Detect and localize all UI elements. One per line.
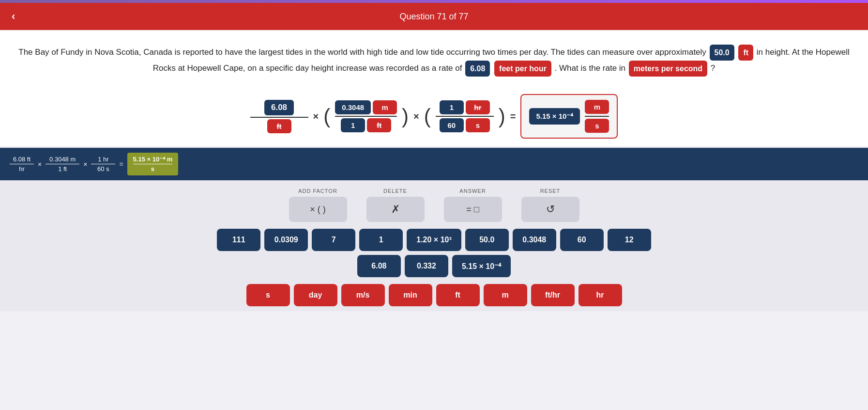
answer-group: ANSWER = □ <box>444 188 502 222</box>
unit-buttons: sdaym/sminftmft/hrhr <box>246 284 622 306</box>
unit-ft: ft <box>738 45 753 61</box>
controls-area: ADD FACTOR × ( ) DELETE ✗ ANSWER = □ RES… <box>0 180 868 311</box>
number-button-8[interactable]: 12 <box>608 229 651 251</box>
left-number: 6.08 <box>264 100 294 115</box>
reset-group: RESET ↺ <box>521 188 579 222</box>
unit-feet-per-hour: feet per hour <box>494 61 551 77</box>
number-button-4[interactable]: 1.20 × 10³ <box>407 229 461 251</box>
left-value-group: 6.08 ft <box>250 100 308 133</box>
close-paren-1: ) <box>402 106 409 126</box>
open-paren-1: ( <box>323 106 330 126</box>
number-button-2[interactable]: 7 <box>312 229 355 251</box>
factor2-bottom-value: 60 <box>440 118 464 132</box>
number-button-9[interactable]: 6.08 <box>357 255 401 277</box>
multiply-op-1: × <box>313 111 319 122</box>
number-button-7[interactable]: 60 <box>560 229 604 251</box>
factor1: 0.3048 m 1 ft <box>335 100 397 132</box>
question-counter: Question 71 of 77 <box>399 12 468 22</box>
unit-button-m/s[interactable]: m/s <box>341 284 385 306</box>
dark-op3: = <box>119 160 123 168</box>
dark-term1: 6.08 ft hr <box>10 156 34 173</box>
factor2: 1 hr 60 s <box>436 100 494 132</box>
delete-icon: ✗ <box>391 203 400 216</box>
equals-op: = <box>510 111 516 122</box>
unit-button-day[interactable]: day <box>294 284 337 306</box>
delete-label: DELETE <box>383 188 407 194</box>
equation-area: 6.08 ft × ( 0.3048 m 1 ft ) × ( 1 hr 60 … <box>0 86 868 148</box>
left-unit-strikethrough: ft <box>267 119 291 133</box>
result-box: 5.15 × 10⁻⁴ m s <box>520 94 618 139</box>
add-factor-symbol: × ( ) <box>310 205 326 215</box>
factor2-top-unit-strikethrough: hr <box>466 100 490 114</box>
close-paren-2: ) <box>499 106 505 126</box>
number-button-3[interactable]: 1 <box>359 229 403 251</box>
unit-meters-per-second: meters per second <box>629 61 707 77</box>
value-50: 50.0 <box>710 45 734 61</box>
number-button-5[interactable]: 50.0 <box>465 229 509 251</box>
dark-op2: × <box>83 160 87 168</box>
unit-button-min[interactable]: min <box>389 284 432 306</box>
reset-button[interactable]: ↺ <box>521 197 579 222</box>
question-area: The Bay of Fundy in Nova Scotia, Canada … <box>0 30 868 86</box>
factor1-bottom-value: 1 <box>341 118 365 132</box>
control-buttons-row: ADD FACTOR × ( ) DELETE ✗ ANSWER = □ RES… <box>289 188 579 222</box>
answer-button[interactable]: = □ <box>444 197 502 222</box>
factor1-top-unit: m <box>373 100 397 114</box>
reset-label: RESET <box>540 188 561 194</box>
result-unit-bottom: s <box>585 119 609 133</box>
reset-icon: ↺ <box>546 203 555 216</box>
factor2-top-value: 1 <box>440 100 464 114</box>
unit-button-s[interactable]: s <box>246 284 290 306</box>
number-button-10[interactable]: 0.332 <box>405 255 448 277</box>
number-buttons: 1110.0309711.20 × 10³50.00.304860126.080… <box>216 229 652 277</box>
factor1-top-value: 0.3048 <box>335 100 371 114</box>
dark-op1: × <box>38 160 42 168</box>
dark-result: 5.15 × 10⁻⁴ m s <box>127 153 179 175</box>
delete-group: DELETE ✗ <box>366 188 425 222</box>
question-text-4: ? <box>711 63 715 73</box>
answer-label: ANSWER <box>459 188 486 194</box>
answer-symbol: = □ <box>466 205 479 215</box>
question-text-3: . What is the rate in <box>555 63 625 73</box>
add-factor-label: ADD FACTOR <box>298 188 337 194</box>
dark-term2: 0.3048 m 1 ft <box>46 156 79 173</box>
multiply-op-2: × <box>413 111 419 122</box>
delete-button[interactable]: ✗ <box>366 197 425 222</box>
factor1-bottom-unit: ft <box>367 118 391 132</box>
number-button-6[interactable]: 0.3048 <box>513 229 556 251</box>
unit-button-ft[interactable]: ft <box>436 284 480 306</box>
value-608: 6.08 <box>465 61 490 77</box>
question-text-1: The Bay of Fundy in Nova Scotia, Canada … <box>18 47 706 57</box>
back-button[interactable]: ‹ <box>12 10 15 23</box>
dark-term3: 1 hr 60 s <box>91 156 115 173</box>
result-unit-top: m <box>585 100 609 114</box>
result-fraction: m s <box>585 100 609 133</box>
dark-equation-bar: 6.08 ft hr × 0.3048 m 1 ft × 1 hr 60 s =… <box>0 148 868 180</box>
unit-button-m[interactable]: m <box>484 284 527 306</box>
unit-button-ft/hr[interactable]: ft/hr <box>531 284 575 306</box>
add-factor-group: ADD FACTOR × ( ) <box>289 188 347 222</box>
number-button-1[interactable]: 0.0309 <box>264 229 308 251</box>
number-button-11[interactable]: 5.15 × 10⁻⁴ <box>452 255 511 277</box>
unit-button-hr[interactable]: hr <box>579 284 622 306</box>
open-paren-2: ( <box>424 106 431 126</box>
result-value: 5.15 × 10⁻⁴ <box>529 108 580 125</box>
header: ‹ Question 71 of 77 <box>0 3 868 30</box>
factor2-bottom-unit: s <box>466 118 490 132</box>
number-button-0[interactable]: 111 <box>217 229 260 251</box>
add-factor-button[interactable]: × ( ) <box>289 197 347 222</box>
